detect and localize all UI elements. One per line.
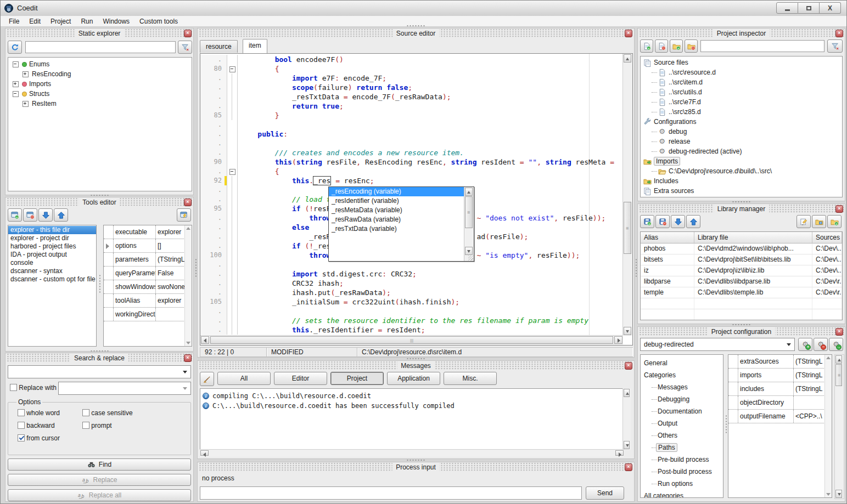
scroll-thumb[interactable] xyxy=(465,196,473,228)
list-item[interactable]: explorer - project dir xyxy=(8,234,96,242)
resize-grip-icon[interactable] xyxy=(468,256,473,261)
remove-library-button[interactable]: − xyxy=(655,215,670,228)
menu-item-edit[interactable]: Edit xyxy=(24,16,46,26)
splitter-handle[interactable] xyxy=(90,194,109,196)
property-row[interactable]: options[] xyxy=(104,239,192,253)
add-file-button[interactable]: + xyxy=(640,39,653,53)
grid-scrollbar[interactable] xyxy=(184,225,192,346)
scroll-up-icon[interactable] xyxy=(465,188,473,196)
configuration-scrollbar[interactable] xyxy=(834,354,844,499)
property-row[interactable]: queryParametFalse xyxy=(104,267,192,280)
expander-plus-icon[interactable] xyxy=(23,101,29,107)
option-whole-word[interactable]: whole word xyxy=(18,409,82,417)
category-item-others[interactable]: Others xyxy=(641,429,723,441)
replace-term-combobox[interactable] xyxy=(58,382,191,395)
replace-all-button[interactable]: ab Replace all xyxy=(8,489,191,501)
property-row[interactable]: imports(TStringL xyxy=(728,369,832,382)
code-line[interactable]: . xyxy=(200,307,623,316)
menu-item-project[interactable]: Project xyxy=(46,16,76,26)
option-backward[interactable]: backward xyxy=(18,422,82,429)
splitter-handle[interactable] xyxy=(99,274,101,293)
expander-plus-icon[interactable] xyxy=(23,71,29,77)
table-row[interactable]: izC:\Dev\dproj\iz\lib\iz.libC:\Dev\... xyxy=(641,265,842,276)
property-row[interactable]: objectDirectory xyxy=(728,396,832,410)
expander-minus-icon[interactable] xyxy=(13,61,19,67)
fold-collapse-icon[interactable] xyxy=(229,66,235,72)
menu-item-file[interactable]: File xyxy=(4,16,24,26)
table-row[interactable]: bitsetsC:\Dev\dproj\bitSet\lib\bitsets.l… xyxy=(641,254,842,265)
menu-item-run[interactable]: Run xyxy=(76,16,98,26)
panel-close-button[interactable] xyxy=(625,463,632,471)
remove-file-button[interactable]: − xyxy=(655,39,668,53)
menu-item-windows[interactable]: Windows xyxy=(98,16,134,26)
maximize-button[interactable] xyxy=(798,2,820,14)
panel-close-button[interactable] xyxy=(184,199,192,206)
code-line[interactable]: 90 this(string resFile, ResEncoding resE… xyxy=(200,157,623,167)
process-input-field[interactable] xyxy=(200,486,582,500)
code-line[interactable]: 80 { xyxy=(200,64,623,73)
property-row[interactable]: parameters(TStringL xyxy=(104,253,192,267)
refresh-button[interactable] xyxy=(8,41,22,54)
property-row[interactable]: executableexplorer xyxy=(104,225,192,239)
list-item[interactable]: harbored - project files xyxy=(8,242,96,251)
list-item[interactable]: dscanner - custom opt for file xyxy=(8,275,96,284)
panel-close-button[interactable] xyxy=(835,205,843,213)
splitter-handle[interactable] xyxy=(406,459,425,461)
category-item-output[interactable]: Output xyxy=(641,417,723,429)
code-line[interactable]: . ihash.put(_resRawData); xyxy=(200,288,623,297)
messages-horizontal-scrollbar[interactable] xyxy=(200,449,624,457)
code-line[interactable]: . import std.digest.crc: CRC32; xyxy=(200,269,623,279)
code-line[interactable]: . CRC32 ihash; xyxy=(200,279,623,288)
splitter-handle[interactable] xyxy=(406,25,425,27)
table-row[interactable]: templeC:\Dev\dlibs\temple.libC:\Dev\r... xyxy=(641,287,842,298)
message-entry[interactable]: iC:\...\build\resource.d.coedit has been… xyxy=(201,401,622,411)
expander-minus-icon[interactable] xyxy=(13,91,19,97)
property-row[interactable]: workingDirect xyxy=(104,308,192,321)
scroll-up-icon[interactable] xyxy=(186,227,190,230)
splitter-handle[interactable] xyxy=(725,415,727,433)
category-item-run-options[interactable]: Run options xyxy=(641,478,723,490)
project-tree-item[interactable]: ..\src\e7F.d xyxy=(641,97,842,107)
project-tree-item[interactable]: Includes xyxy=(641,176,842,186)
configuration-select[interactable]: debug-redirected xyxy=(640,338,795,351)
project-tree-item[interactable]: Extra sources xyxy=(641,186,842,196)
splitter-handle[interactable] xyxy=(195,258,197,277)
scroll-up-icon[interactable] xyxy=(624,389,630,397)
project-tree-item[interactable]: ..\src\utils.d xyxy=(641,87,842,97)
library-from-folder-button[interactable]: + xyxy=(827,215,842,228)
edit-library-button[interactable] xyxy=(796,215,811,228)
clear-messages-button[interactable] xyxy=(200,372,214,386)
code-line[interactable]: . bool encodee7F() xyxy=(200,55,623,64)
column-header[interactable]: Alias xyxy=(641,232,694,243)
option-from-cursor[interactable]: from cursor xyxy=(18,434,82,442)
filter-button[interactable]: × xyxy=(178,41,192,54)
editor-horizontal-scrollbar[interactable] xyxy=(200,335,623,345)
library-from-project-button[interactable] xyxy=(812,215,826,228)
option-case-sensitive[interactable]: case sensitive xyxy=(82,409,186,417)
code-line[interactable]: . return true; xyxy=(200,101,623,111)
code-line[interactable]: 105 _initialSum = crc322uint(ihash.finis… xyxy=(200,297,623,307)
code-line[interactable]: 92 this._res = resEnc; xyxy=(200,176,623,185)
code-line[interactable]: . xyxy=(200,139,623,148)
fold-collapse-icon[interactable] xyxy=(229,169,235,175)
scroll-down-icon[interactable] xyxy=(186,342,190,344)
project-tree-item[interactable]: Source files xyxy=(641,58,842,67)
code-line[interactable]: . xyxy=(200,120,623,129)
find-button[interactable]: Find xyxy=(8,458,191,471)
column-header[interactable]: Sources ... xyxy=(812,232,842,243)
project-tree-item[interactable]: ⚙release xyxy=(641,137,842,146)
category-item-pre-build-process[interactable]: Pre-build process xyxy=(641,454,723,466)
symbol-search-input[interactable] xyxy=(25,41,176,53)
inspector-filter-input[interactable] xyxy=(700,40,824,52)
filter-button[interactable]: × xyxy=(827,39,843,53)
popup-scrollbar[interactable] xyxy=(464,187,474,261)
panel-close-button[interactable] xyxy=(184,354,192,362)
code-line[interactable]: . // sets the resource identifier to the… xyxy=(200,316,623,325)
category-item-all-categories[interactable]: All categories xyxy=(641,490,723,498)
add-tool-button[interactable]: + xyxy=(8,208,22,222)
scroll-down-icon[interactable] xyxy=(624,441,630,449)
panel-close-button[interactable] xyxy=(625,362,632,370)
menu-item-custom-tools[interactable]: Custom tools xyxy=(134,16,183,26)
code-editor[interactable]: . bool encodee7F()80 {. import e7F: enco… xyxy=(200,53,633,346)
property-row[interactable]: showWindowsswoNone xyxy=(104,280,192,294)
